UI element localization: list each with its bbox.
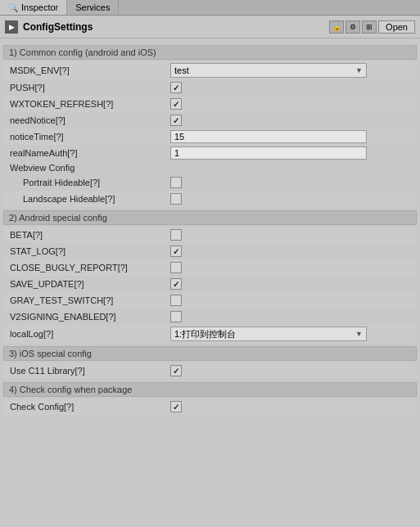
checkbox-2-0[interactable] [170,365,182,376]
section-header-check: 4) Check config when package [3,382,417,397]
row-label-0-5: realNameAuth[?] [7,148,170,158]
table-row: noticeTime[?] [3,128,417,145]
unity-icon: ▶ [5,20,18,34]
checkbox-0-7[interactable] [170,177,182,188]
row-label-0-0: MSDK_ENV[?] [7,65,170,75]
table-row: CLOSE_BUGLY_REPORT[?] [3,259,417,276]
section-header-android: 2) Android special config [3,210,417,225]
row-value-1-0 [170,229,413,241]
row-value-1-4 [170,295,413,306]
row-label-1-4: GRAY_TEST_SWITCH[?] [7,295,170,305]
row-value-1-3 [170,278,413,290]
row-value-3-0 [170,401,413,412]
tab-bar: 🔍 Inspector Services [0,0,420,16]
checkbox-1-1[interactable] [170,245,182,257]
header: ▶ ConfigSettings 🔒 ⚙ ⊞ Open [0,16,420,38]
row-value-1-1 [170,245,413,257]
row-value-0-7 [170,177,413,188]
table-row: SAVE_UPDATE[?] [3,276,417,292]
row-value-0-4 [170,130,413,143]
lock-icon[interactable]: 🔒 [329,20,344,34]
table-row: needNotice[?] [3,112,417,128]
checkbox-1-2[interactable] [170,262,182,273]
text-input-0-4[interactable] [170,130,367,143]
checkbox-0-8[interactable] [170,193,182,205]
checkbox-1-3[interactable] [170,278,182,290]
tab-inspector[interactable]: 🔍 Inspector [0,0,67,15]
row-value-0-3 [170,115,413,126]
layout-icon[interactable]: ⊞ [362,20,377,34]
row-value-1-5 [170,311,413,322]
inspector-icon: 🔍 [8,3,18,12]
chevron-down-icon: ▼ [355,330,363,338]
table-row: STAT_LOG[?] [3,243,417,259]
section-header-ios: 3) iOS special config [3,346,417,361]
text-input-0-5[interactable] [170,146,367,160]
open-button[interactable]: Open [378,20,415,34]
subsection-label-0-6: Webview Config [3,161,417,174]
row-value-0-1 [170,82,413,93]
row-value-0-5 [170,146,413,160]
checkbox-0-3[interactable] [170,115,182,126]
row-value-0-0: test▼ [170,63,413,78]
checkbox-1-0[interactable] [170,229,182,241]
table-row: GRAY_TEST_SWITCH[?] [3,292,417,309]
row-label-1-2: CLOSE_BUGLY_REPORT[?] [7,263,170,273]
row-value-0-8 [170,193,413,205]
row-label-1-5: V2SIGNING_ENABLED[?] [7,312,170,322]
tab-inspector-label: Inspector [21,2,58,12]
section-header-common: 1) Common config (android and iOS) [3,45,417,60]
row-value-1-6: 1:打印到控制台▼ [170,327,413,341]
row-label-1-3: SAVE_UPDATE[?] [7,279,170,289]
dropdown-1-6[interactable]: 1:打印到控制台▼ [170,327,367,341]
table-row: MSDK_ENV[?]test▼ [3,61,417,79]
checkbox-1-5[interactable] [170,311,182,322]
table-row: BETA[?] [3,227,417,243]
table-row: Portrait Hideable[?] [3,174,417,191]
row-value-2-0 [170,365,413,376]
row-value-1-2 [170,262,413,273]
checkbox-3-0[interactable] [170,401,182,412]
table-row: PUSH[?] [3,79,417,96]
row-label-0-2: WXTOKEN_REFRESH[?] [7,99,170,109]
row-label-0-7: Portrait Hideable[?] [7,178,170,187]
checkbox-0-2[interactable] [170,98,182,110]
tab-services-label: Services [75,2,110,12]
row-label-0-3: needNotice[?] [7,115,170,125]
checkbox-0-1[interactable] [170,82,182,93]
tab-services[interactable]: Services [67,0,119,15]
row-label-1-1: STAT_LOG[?] [7,246,170,256]
row-value-0-2 [170,98,413,110]
table-row: Use C11 Library[?] [3,363,417,379]
row-label-1-0: BETA[?] [7,230,170,240]
table-row: realNameAuth[?] [3,145,417,161]
row-label-1-6: localLog[?] [7,329,170,339]
header-title: ConfigSettings [23,21,329,33]
settings-icon[interactable]: ⚙ [345,20,360,34]
row-label-2-0: Use C11 Library[?] [7,366,170,376]
table-row: Landscape Hideable[?] [3,191,417,207]
checkbox-1-4[interactable] [170,295,182,306]
main-content: 1) Common config (android and iOS)MSDK_E… [0,38,420,527]
table-row: Check Config[?] [3,399,417,415]
chevron-down-icon: ▼ [355,66,363,74]
row-label-0-4: noticeTime[?] [7,132,170,142]
table-row: V2SIGNING_ENABLED[?] [3,309,417,325]
dropdown-0-0[interactable]: test▼ [170,63,367,78]
row-label-3-0: Check Config[?] [7,402,170,412]
row-label-0-8: Landscape Hideable[?] [7,194,170,204]
row-label-0-1: PUSH[?] [7,83,170,92]
table-row: WXTOKEN_REFRESH[?] [3,96,417,112]
table-row: localLog[?]1:打印到控制台▼ [3,325,417,343]
header-buttons: 🔒 ⚙ ⊞ Open [329,20,415,34]
